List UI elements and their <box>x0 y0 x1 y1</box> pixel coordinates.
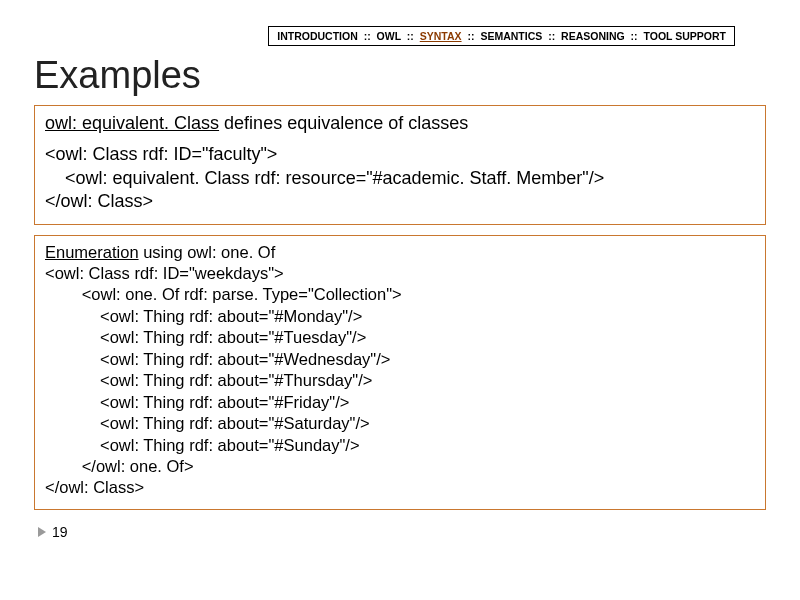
page-title: Examples <box>34 54 800 97</box>
lead-rest: defines equivalence of classes <box>219 113 468 133</box>
code-line: <owl: Thing rdf: about="#Tuesday"/> <box>45 327 755 348</box>
crumb-sep: :: <box>364 30 371 42</box>
code-line: <owl: Thing rdf: about="#Friday"/> <box>45 392 755 413</box>
example-box-enumeration: Enumeration using owl: one. Of <owl: Cla… <box>34 235 766 510</box>
page-number-wrap: 19 <box>38 524 800 540</box>
lead-rest: using owl: one. Of <box>139 243 276 261</box>
code-line: <owl: Thing rdf: about="#Monday"/> <box>45 306 755 327</box>
crumb-sep: :: <box>631 30 638 42</box>
code-line: <owl: equivalent. Class rdf: resource="#… <box>45 167 755 190</box>
code-line: <owl: Thing rdf: about="#Sunday"/> <box>45 435 755 456</box>
lead-line: Enumeration using owl: one. Of <box>45 242 755 263</box>
crumb-sep: :: <box>467 30 474 42</box>
code-line: </owl: Class> <box>45 190 755 213</box>
breadcrumb: INTRODUCTION :: OWL :: SYNTAX :: SEMANTI… <box>268 26 735 46</box>
code-line: <owl: Class rdf: ID="weekdays"> <box>45 263 755 284</box>
crumb-owl: OWL <box>377 30 401 42</box>
code-line: </owl: Class> <box>45 477 755 498</box>
lead-prefix: Enumeration <box>45 243 139 261</box>
example-box-equivalent-class: owl: equivalent. Class defines equivalen… <box>34 105 766 225</box>
crumb-syntax: SYNTAX <box>420 30 462 42</box>
crumb-introduction: INTRODUCTION <box>277 30 358 42</box>
lead-line: owl: equivalent. Class defines equivalen… <box>45 112 755 135</box>
crumb-semantics: SEMANTICS <box>480 30 542 42</box>
code-line: <owl: Thing rdf: about="#Thursday"/> <box>45 370 755 391</box>
code-line: <owl: one. Of rdf: parse. Type="Collecti… <box>45 284 755 305</box>
lead-term: owl: equivalent. Class <box>45 113 219 133</box>
code-line: </owl: one. Of> <box>45 456 755 477</box>
code-line: <owl: Thing rdf: about="#Wednesday"/> <box>45 349 755 370</box>
arrow-right-icon <box>38 527 46 537</box>
crumb-sep: :: <box>407 30 414 42</box>
page-number: 19 <box>52 524 68 540</box>
crumb-tool-support: TOOL SUPPORT <box>644 30 726 42</box>
code-line: <owl: Class rdf: ID="faculty"> <box>45 143 755 166</box>
code-line: <owl: Thing rdf: about="#Saturday"/> <box>45 413 755 434</box>
crumb-reasoning: REASONING <box>561 30 625 42</box>
crumb-sep: :: <box>548 30 555 42</box>
